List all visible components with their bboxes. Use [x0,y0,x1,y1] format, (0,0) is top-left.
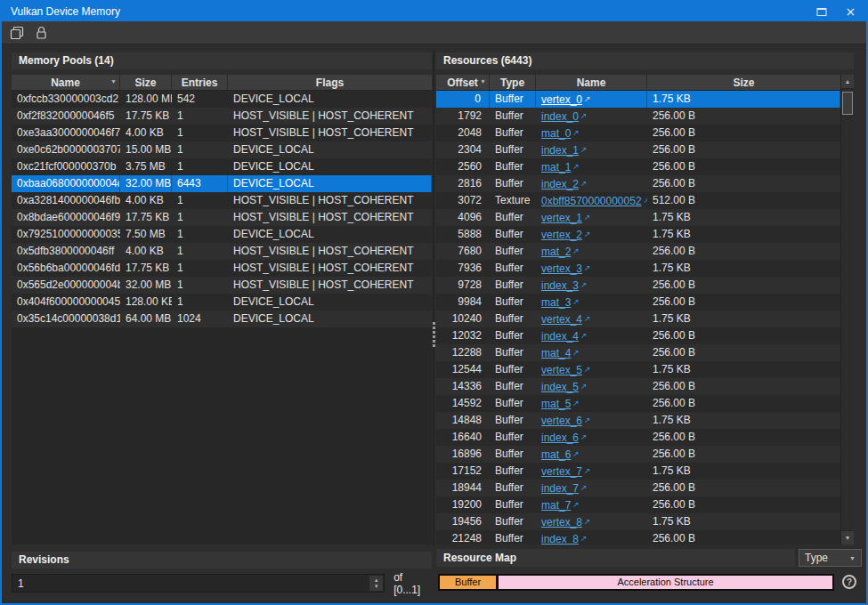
resources-scrollbar[interactable]: ▲ ▼ [840,75,854,544]
resource-row[interactable]: 14592Buffermat_5↗256.00 B [436,395,840,412]
cell-entries: 542 [172,91,228,108]
memory-pool-row[interactable]: 0x8bdae600000046f917.75 KB1HOST_VISIBLE … [12,209,432,226]
resource-row[interactable]: 0Buffervertex_0↗1.75 KB [436,91,840,108]
memory-pool-row[interactable]: 0x565d2e000000004b32.00 MB1HOST_VISIBLE … [12,277,432,294]
resource-link[interactable]: vertex_4 [541,313,582,326]
cell-offset: 12288 [436,344,490,361]
close-icon[interactable] [843,5,857,18]
resource-link[interactable]: mat_5 [541,398,571,410]
resource-link[interactable]: index_8 [541,533,579,544]
cell-offset: 0 [436,91,490,108]
resource-link[interactable]: vertex_6 [541,415,582,427]
spin-down-icon[interactable]: ▼ [374,584,379,590]
memory-pool-row[interactable]: 0xe3aa3000000046f74.00 KB1HOST_VISIBLE |… [12,125,432,141]
resource-row[interactable]: 5888Buffervertex_2↗1.75 KB [436,226,840,243]
memory-pool-row[interactable]: 0x404f600000000045128.00 KB1DEVICE_LOCAL [12,294,432,311]
spinner-buttons[interactable]: ▲ ▼ [369,576,383,591]
resource-row[interactable]: 1792Bufferindex_0↗256.00 B [436,108,840,125]
panel-splitter[interactable] [433,51,434,546]
resource-link[interactable]: mat_6 [541,448,571,461]
resource-row[interactable]: 10240Buffervertex_4↗1.75 KB [436,311,840,327]
resource-link[interactable]: mat_0 [541,127,571,140]
resource-row[interactable]: 9728Bufferindex_3↗256.00 B [436,277,840,294]
resource-row[interactable]: 3072Texture0xbff8570000000052↗512.00 B [436,192,840,209]
resource-row[interactable]: 16896Buffermat_6↗256.00 B [436,446,840,463]
memory-pool-row[interactable]: 0xbaa068000000004d32.00 MB6443DEVICE_LOC… [12,175,432,192]
column-header-entries[interactable]: Entries [172,75,228,90]
memory-pool-row[interactable]: 0x56b6ba00000046fd17.75 KB1HOST_VISIBLE … [12,260,432,277]
resource-map-filter-dropdown[interactable]: Type ▼ [799,549,862,567]
duplicate-panel-icon[interactable] [9,25,25,41]
spin-up-icon[interactable]: ▲ [374,577,379,584]
column-header-name[interactable]: Name [536,75,647,90]
resource-row[interactable]: 16640Bufferindex_6↗256.00 B [436,429,840,446]
resource-link[interactable]: index_4 [541,330,579,343]
resource-link[interactable]: 0xbff8570000000052 [541,195,642,207]
resource-link[interactable]: vertex_2 [541,229,582,241]
resource-link[interactable]: index_2 [541,178,579,190]
resource-link[interactable]: mat_2 [541,246,571,258]
memory-pool-row[interactable]: 0xc21fcf000000370b3.75 MB1DEVICE_LOCAL [12,158,432,175]
memory-pool-row[interactable]: 0x5dfb3800000046ff4.00 KB1HOST_VISIBLE |… [12,243,432,260]
resource-row[interactable]: 2560Buffermat_1↗256.00 B [436,158,840,175]
resource-row[interactable]: 12288Buffermat_4↗256.00 B [436,344,840,361]
resource-link[interactable]: mat_7 [541,499,571,512]
scroll-down-icon[interactable]: ▼ [841,530,854,544]
resource-link[interactable]: index_6 [541,432,579,444]
resource-link[interactable]: mat_3 [541,296,571,309]
resource-row[interactable]: 14848Buffervertex_6↗1.75 KB [436,412,840,429]
resource-row[interactable]: 14336Bufferindex_5↗256.00 B [436,378,840,395]
cell-flags: DEVICE_LOCAL [228,311,432,327]
column-header-name[interactable]: Name ▼ [12,75,120,90]
resource-row[interactable]: 17152Buffervertex_7↗1.75 KB [436,463,840,480]
column-header-size[interactable]: Size [647,75,840,90]
cell-type: Buffer [490,125,536,141]
resource-link[interactable]: index_1 [541,144,579,157]
lock-icon[interactable] [33,25,49,41]
memory-pool-row[interactable]: 0xf2f83200000046f517.75 KB1HOST_VISIBLE … [12,108,432,125]
resource-link[interactable]: mat_1 [541,161,571,173]
float-window-icon[interactable] [815,5,829,18]
resource-row[interactable]: 19456Buffervertex_8↗1.75 KB [436,513,840,530]
revision-spinbox[interactable]: ▲ ▼ [12,574,385,593]
resource-row[interactable]: 9984Buffermat_3↗256.00 B [436,294,840,311]
column-header-offset[interactable]: Offset ▼ [436,75,490,90]
resource-map-segment[interactable]: Buffer [440,576,496,589]
resource-link[interactable]: vertex_5 [541,364,582,376]
resource-link[interactable]: index_5 [541,381,579,393]
memory-pool-row[interactable]: 0x35c14c00000038d164.00 MB1024DEVICE_LOC… [12,311,432,327]
resource-row[interactable]: 2048Buffermat_0↗256.00 B [436,125,840,141]
resource-row[interactable]: 18944Bufferindex_7↗256.00 B [436,480,840,496]
scrollbar-thumb[interactable] [842,92,853,115]
column-header-size[interactable]: Size [120,75,172,90]
resource-row[interactable]: 4096Buffervertex_1↗1.75 KB [436,209,840,226]
resource-row[interactable]: 7936Buffervertex_3↗1.75 KB [436,260,840,277]
resource-link[interactable]: index_0 [541,110,579,123]
memory-pool-row[interactable]: 0xa3281400000046fb4.00 KB1HOST_VISIBLE |… [12,192,432,209]
memory-pool-row[interactable]: 0x79251000000000357.50 MB1DEVICE_LOCAL [12,226,432,243]
resource-link[interactable]: index_7 [541,482,579,495]
resource-link[interactable]: vertex_0 [541,93,582,106]
column-header-flags[interactable]: Flags [228,75,432,90]
resource-link[interactable]: mat_4 [541,347,571,359]
resource-link[interactable]: index_3 [541,279,579,292]
resource-row[interactable]: 19200Buffermat_7↗256.00 B [436,496,840,513]
resource-row[interactable]: 12544Buffervertex_5↗1.75 KB [436,361,840,378]
resource-link[interactable]: vertex_1 [541,212,582,224]
resource-link[interactable]: vertex_3 [541,262,582,275]
help-icon[interactable]: ? [842,575,856,589]
resource-row[interactable]: 2304Bufferindex_1↗256.00 B [436,141,840,158]
resource-link[interactable]: vertex_8 [541,516,582,528]
resource-map-segment[interactable]: Acceleration Structure [499,576,832,589]
resource-row[interactable]: 7680Buffermat_2↗256.00 B [436,243,840,260]
column-header-type[interactable]: Type [490,75,536,90]
resource-row[interactable]: 2816Bufferindex_2↗256.00 B [436,175,840,192]
memory-pool-row[interactable]: 0xfccb330000003cd2128.00 MB542DEVICE_LOC… [12,91,432,108]
resource-link[interactable]: vertex_7 [541,465,582,478]
goto-resource-icon: ↗ [572,344,580,361]
memory-pool-row[interactable]: 0xe0c62b000000370715.00 MB1DEVICE_LOCAL [12,141,432,158]
resource-row[interactable]: 12032Bufferindex_4↗256.00 B [436,327,840,344]
revision-input[interactable] [12,575,384,592]
scroll-up-icon[interactable]: ▲ [841,75,854,89]
resource-row[interactable]: 21248Bufferindex_8↗256.00 B [436,530,840,544]
